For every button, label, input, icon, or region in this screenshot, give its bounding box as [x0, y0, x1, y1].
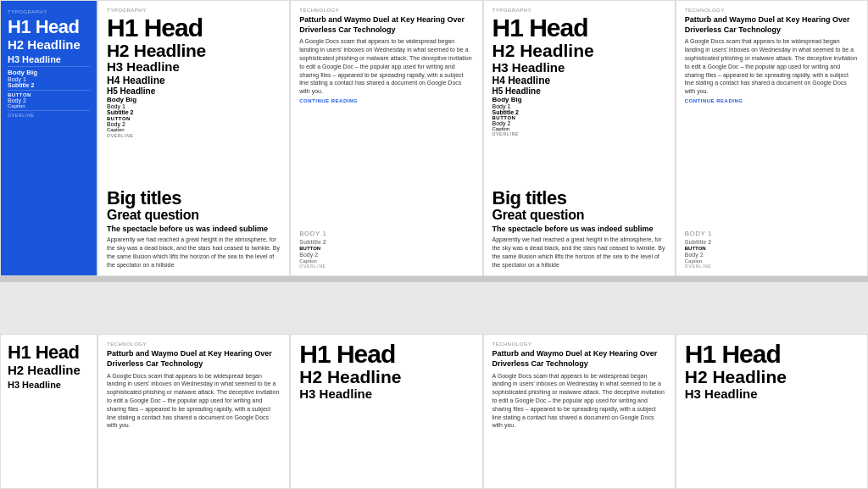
h2-bottom: H2 Headline [8, 364, 90, 378]
body2-showcase-4: Body 2 [492, 120, 666, 126]
type-tag-3b: Body 1 [299, 230, 473, 237]
caption-showcase-2: Caption [107, 127, 281, 132]
side-labels-bottom: H1 Head H2 Headline H3 Headline [0, 334, 97, 489]
h1-showcase-2: H1 Head [107, 15, 281, 41]
article-headline-4b: Patturb and Waymo Duel at Key Hearing Ov… [492, 349, 666, 369]
typography-tag-4: TYPOGRAPHY [492, 8, 666, 13]
type-showcase-col5-bottom: H1 Head H2 Headline H3 Headline [676, 334, 868, 489]
body2-5b: Body 2 [685, 252, 859, 258]
spectacle-title-2: The spectacle before us was indeed subli… [107, 225, 281, 234]
h2-showcase-2: H2 Headline [107, 41, 281, 60]
article-col5-top: TECHNOLOGY Patturb and Waymo Duel at Key… [676, 0, 868, 276]
body1-showcase-2: Body 1 [107, 103, 281, 109]
divider-blue-1 [8, 66, 90, 67]
type-showcase-col2-top: TYPOGRAPHY H1 Head H2 Headline H3 Headli… [97, 0, 290, 276]
h3-showcase-3b: H3 Headline [299, 386, 473, 401]
article-tag-5: TECHNOLOGY [685, 8, 859, 13]
article-col4-bottom: TECHNOLOGY Patturb and Waymo Duel at Key… [483, 334, 676, 489]
article-tag-2b: TECHNOLOGY [107, 342, 281, 347]
bodybig-showcase-4: Body Big [492, 96, 666, 103]
spectacle-title-4: The spectacle before us was indeed subli… [492, 225, 666, 234]
caption-blue: Caption [8, 103, 90, 108]
article-headline-2b: Patturb and Waymo Duel at Key Hearing Ov… [107, 349, 281, 369]
h1-bottom: H1 Head [8, 343, 90, 362]
body2-3b: Body 2 [299, 252, 473, 258]
divider-blue-3 [8, 110, 90, 111]
h3-bottom: H3 Headline [8, 380, 90, 390]
h3-showcase-4: H3 Headline [492, 60, 666, 75]
h1-blue: H1 Head [8, 18, 90, 36]
main-grid: TYPOGRAPHY H1 Head H2 Headline H3 Headli… [0, 0, 868, 489]
article-col2-bottom: TECHNOLOGY Patturb and Waymo Duel at Key… [97, 334, 290, 489]
type-showcase-col4-top: TYPOGRAPHY H1 Head H2 Headline H3 Headli… [483, 0, 676, 276]
h1-showcase-4: H1 Head [492, 15, 666, 41]
article-body-3: A Google Docs scam that appears to be wi… [299, 37, 473, 96]
row-gap [0, 276, 868, 282]
subtitle2-3b: Subtitle 2 [299, 239, 473, 245]
article-headline-5: Patturb and Waymo Duel at Key Hearing Ov… [685, 15, 859, 35]
h3-showcase-5b: H3 Headline [685, 386, 859, 401]
h2-showcase-4: H2 Headline [492, 41, 666, 60]
overline-3b: OVERLINE [299, 264, 473, 269]
big-titles-4: Big titles [492, 189, 666, 208]
great-question-2: Great question [107, 208, 281, 223]
typography-tag-blue: TYPOGRAPHY [8, 9, 90, 14]
type-tag-5b: Body 1 [685, 230, 859, 237]
subtitle2-showcase-2: Subtitle 2 [107, 109, 281, 115]
article-tag-4b: TECHNOLOGY [492, 342, 666, 347]
article-body-2b: A Google Docs scam that appears to be wi… [107, 372, 281, 431]
body2-showcase-2: Body 2 [107, 121, 281, 127]
body1-blue: Body 1 [8, 76, 90, 82]
h2-showcase-5b: H2 Headline [685, 367, 859, 386]
great-question-4: Great question [492, 208, 666, 223]
h2-blue: H2 Headline [8, 38, 90, 53]
bodybig-showcase-2: Body Big [107, 96, 281, 103]
subtitle2-showcase-4: Subtitle 2 [492, 109, 666, 115]
bodybig-blue: Body Big [8, 69, 90, 76]
h5-showcase-4: H5 Headline [492, 86, 666, 96]
type-showcase-col3-bottom: H1 Head H2 Headline H3 Headline [290, 334, 482, 489]
h4-showcase-2: H4 Headline [107, 75, 281, 86]
h1-showcase-5b: H1 Head [685, 342, 859, 367]
h4-showcase-4: H4 Headline [492, 75, 666, 86]
big-titles-2: Big titles [107, 189, 281, 208]
article-col3-top: TECHNOLOGY Patturb and Waymo Duel at Key… [290, 0, 482, 276]
subtitle2-blue: Subtitle 2 [8, 82, 90, 88]
button-5b: BUTTON [685, 246, 859, 251]
article-headline-3: Patturb and Waymo Duel at Key Hearing Ov… [299, 15, 473, 35]
h3-showcase-2: H3 Headline [107, 60, 281, 75]
spectacle-body-2: Apparently we had reached a great height… [107, 236, 281, 269]
article-body-5: A Google Docs scam that appears to be wi… [685, 37, 859, 96]
h3-blue: H3 Headline [8, 54, 90, 64]
subtitle2-5b: Subtitle 2 [685, 239, 859, 245]
typography-tag-2: TYPOGRAPHY [107, 8, 281, 13]
body2-blue: Body 2 [8, 97, 90, 103]
body1-showcase-4: Body 1 [492, 103, 666, 109]
article-tag-3: TECHNOLOGY [299, 8, 473, 13]
h1-showcase-3b: H1 Head [299, 342, 473, 367]
side-labels-top-blue: TYPOGRAPHY H1 Head H2 Headline H3 Headli… [0, 0, 97, 276]
divider-blue-2 [8, 90, 90, 91]
h5-showcase-2: H5 Headline [107, 86, 281, 96]
button-3b: BUTTON [299, 246, 473, 251]
article-body-4b: A Google Docs scam that appears to be wi… [492, 372, 666, 431]
overline-blue: OVERLINE [8, 113, 90, 118]
h2-showcase-3b: H2 Headline [299, 367, 473, 386]
overline-5b: OVERLINE [685, 264, 859, 269]
spectacle-body-4: Apparently we had reached a great height… [492, 236, 666, 269]
